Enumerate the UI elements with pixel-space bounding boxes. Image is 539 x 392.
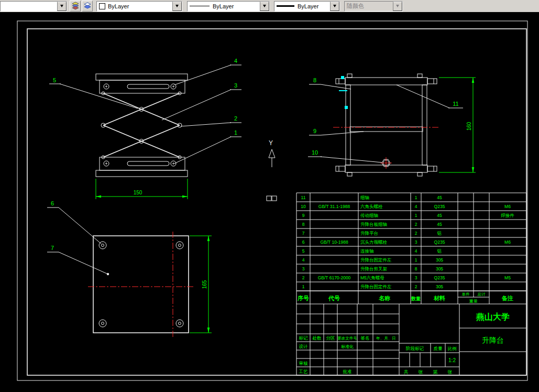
titleblock-label: 审核 [299, 361, 309, 366]
bom-cell: 8 [415, 266, 417, 271]
dimension-text: 150 [134, 190, 142, 195]
bom-cell: 2 [415, 284, 417, 289]
bom-cell: 铝 [437, 248, 442, 254]
bom-cell: 3 [302, 266, 305, 271]
scale-value: 1:2 [448, 357, 456, 363]
bom-cell: 升降台固定件左 [360, 284, 392, 289]
chevron-down-icon[interactable] [260, 2, 269, 11]
callout-label-6: 6 [51, 200, 54, 206]
bom-cell: 升降台剪叉架 [360, 266, 388, 271]
bom-cell: 传动细轴 [360, 213, 378, 218]
bom-header: 备注 [501, 295, 513, 301]
bom-header: 单件 [462, 292, 470, 297]
lineweight-control-value: ByLayer [298, 3, 318, 9]
bom-cell: 305 [436, 257, 443, 263]
callout-label-3: 3 [234, 82, 237, 89]
bom-cell: 6 [302, 239, 305, 245]
bom-cell: Q235 [434, 275, 445, 280]
bom-cell: 10 [301, 204, 306, 209]
chevron-down-icon[interactable] [330, 2, 339, 11]
dimension-text: 160 [466, 122, 472, 130]
titleblock-label: 张 [419, 369, 423, 375]
bom-cell: M5六角螺母 [360, 275, 384, 280]
lineweight-control[interactable]: ByLayer [274, 1, 340, 12]
color-control[interactable]: ByLayer [96, 1, 182, 12]
bom-header: 名称 [378, 295, 390, 301]
bom-cell: 1 [415, 257, 417, 263]
titleblock-label: 年、月、日 [376, 336, 396, 341]
callout-label-8: 8 [313, 77, 316, 83]
layer-dropdown[interactable] [0, 1, 67, 12]
drawing-title: 升降台 [482, 336, 504, 344]
bom-cell: 焊接件 [500, 213, 514, 218]
layer-states-button[interactable] [82, 1, 93, 12]
linetype-control[interactable]: ByLayer [187, 1, 270, 12]
linetype-control-value: ByLayer [213, 3, 234, 9]
titleblock-label: 张 [448, 369, 453, 375]
color-control-value: ByLayer [108, 3, 129, 9]
titleblock-label: 工艺 [299, 369, 309, 374]
bom-header: 总计 [477, 292, 486, 297]
callout-label-7: 7 [51, 245, 54, 251]
titleblock-label: 更改文件号 [337, 336, 357, 341]
bom-cell: 45 [437, 213, 442, 218]
titleblock-label: 阶段标记 [406, 346, 424, 351]
titleblock-label: 比例 [448, 346, 457, 351]
plotstyle-control: 随颜色 [344, 1, 403, 12]
dimension-top-height: 165 [190, 236, 212, 333]
titleblock-label: 签名 [361, 335, 370, 341]
chevron-down-icon[interactable] [172, 2, 182, 11]
bom-cell: M6 [504, 239, 511, 245]
bom-cell: 升降台固定件左 [360, 257, 392, 263]
bom-cell: 升降平台 [360, 231, 378, 236]
titleblock-label: 处数 [313, 335, 322, 341]
bom-cell: 铝 [437, 231, 442, 236]
bom-cell: 1 [415, 213, 417, 218]
callouts-side: 8 11 9 10 [308, 77, 463, 162]
bom-cell: 7 [302, 231, 305, 236]
titleblock-label: 质量 [434, 346, 443, 351]
properties-toolbar: ByLayer ByLayer ByLayer 随颜色 [0, 0, 539, 13]
bom-cell: 沉头方颈螺栓 [360, 239, 388, 245]
side-view [333, 74, 439, 176]
bom-cell: 细轴 [360, 195, 369, 200]
bom-cell: 45 [437, 222, 442, 227]
bom-table: 序号 代号 名称 数量 材料 单件 总计 重量 备注 11 细轴 1 45 10… [296, 193, 526, 304]
titleblock-label: 标准化 [341, 344, 354, 349]
ucs-y-label: Y [269, 139, 273, 147]
bom-cell: 305 [436, 266, 443, 271]
bom-cell: M5 [504, 275, 511, 280]
callout-label-4: 4 [234, 58, 237, 64]
bom-cell: GB/T 10-1988 [320, 239, 348, 245]
callouts-top: 6 7 [47, 200, 109, 275]
grip-highlights [339, 76, 348, 109]
titleblock-label: 批准 [343, 369, 353, 374]
bom-cell: 1 [302, 284, 305, 289]
bom-cell: GB/T 6170-2000 [318, 275, 351, 280]
layer-properties-button[interactable] [70, 1, 81, 12]
linetype-sample [190, 6, 210, 6]
drawing-canvas[interactable]: 150 5 4 3 2 1 6 7 [0, 12, 539, 392]
bom-cell: 1 [415, 195, 417, 200]
chevron-down-icon [393, 2, 402, 11]
bom-cell: 3 [415, 239, 417, 245]
ucs-icon: Y [267, 139, 277, 201]
bom-cell: 8 [302, 222, 305, 227]
callout-label-1: 1 [234, 129, 237, 136]
bom-cell: 2 [302, 275, 305, 280]
bom-cell: GB/T 31.1-1988 [318, 204, 350, 209]
bom-cell: 4 [415, 204, 417, 209]
bom-cell: 2 [415, 222, 417, 227]
bom-cell: 305 [436, 284, 443, 289]
color-swatch [99, 3, 105, 9]
chevron-down-icon[interactable] [57, 2, 67, 11]
bom-cell: Q235 [434, 239, 445, 245]
title-block: 标记 处数 分区 更改文件号 签名 年、月、日 设计 标准化 审核 工艺 批准 … [296, 304, 526, 375]
dimension-text: 165 [202, 280, 207, 289]
bom-header: 重量 [469, 299, 478, 303]
callout-label-5: 5 [53, 77, 56, 83]
titleblock-label: 分区 [326, 335, 335, 341]
bom-header: 数量 [411, 296, 421, 301]
bom-cell: M6 [504, 204, 511, 209]
top-view [88, 232, 195, 337]
